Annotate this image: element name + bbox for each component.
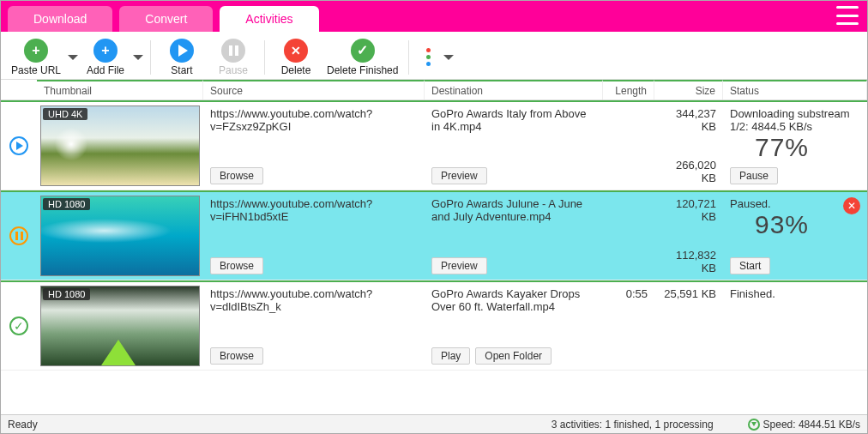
check-icon: [351, 39, 375, 63]
separator: [264, 40, 265, 75]
menu-icon[interactable]: [836, 6, 859, 25]
thumbnail: UHD 4K: [40, 105, 200, 186]
delete-label: Delete: [281, 64, 311, 76]
browse-button[interactable]: Browse: [210, 167, 263, 184]
add-file-label: Add File: [87, 64, 124, 76]
tab-bar: Download Convert Activities: [1, 1, 867, 32]
tab-activities[interactable]: Activities: [220, 6, 318, 32]
status-speed: Speed: 4844.51 KB/s: [748, 419, 860, 431]
browse-button[interactable]: Browse: [210, 347, 263, 365]
add-file-dropdown[interactable]: [131, 38, 145, 77]
tab-convert[interactable]: Convert: [119, 6, 213, 32]
quality-badge: HD 1080: [43, 198, 90, 210]
view-options-button[interactable]: [414, 44, 442, 71]
status-summary: 3 activities: 1 finished, 1 processing: [552, 419, 714, 431]
paste-url-label: Paste URL: [11, 64, 61, 76]
browse-button[interactable]: Browse: [210, 257, 263, 274]
percent-text: 77%: [730, 133, 860, 162]
row-start-button[interactable]: Start: [730, 257, 770, 274]
view-options-dropdown[interactable]: [442, 38, 455, 77]
header-status[interactable]: Status: [723, 80, 867, 99]
size-total: 344,237 KB: [661, 107, 716, 133]
pause-button[interactable]: Pause: [208, 37, 259, 78]
destination-file: GoPro Awards Kayaker Drops Over 60 ft. W…: [431, 287, 596, 313]
destination-file: GoPro Awards Italy from Above in 4K.mp4: [431, 107, 596, 133]
quality-badge: HD 1080: [43, 288, 90, 300]
column-headers: Thumbnail Source Destination Length Size…: [1, 80, 867, 100]
add-file-button[interactable]: + Add File: [80, 37, 131, 78]
destination-file: GoPro Awards Julune - A June and July Ad…: [431, 197, 596, 223]
state-finished-icon: ✓: [9, 316, 28, 335]
quality-badge: UHD 4K: [43, 108, 87, 120]
state-playing-icon: [9, 136, 28, 155]
chevron-down-icon: [443, 55, 454, 60]
app-window: Download Convert Activities + Paste URL …: [0, 0, 868, 434]
source-url: https://www.youtube.com/watch?v=iFHN1bd5…: [210, 197, 418, 223]
header-source[interactable]: Source: [203, 80, 425, 99]
plus-icon: +: [24, 39, 48, 63]
delete-button[interactable]: Delete: [270, 37, 322, 78]
paste-url-dropdown[interactable]: [66, 38, 80, 77]
play-icon: [170, 39, 194, 63]
size-total: 120,721 KB: [661, 197, 716, 223]
tab-download[interactable]: Download: [8, 6, 112, 32]
activity-row[interactable]: ✕ HD 1080 https://www.youtube.com/watch?…: [1, 190, 867, 280]
header-destination[interactable]: Destination: [425, 80, 603, 99]
separator: [150, 40, 151, 75]
header-thumbnail[interactable]: Thumbnail: [37, 80, 203, 99]
chevron-down-icon: [133, 55, 143, 60]
paste-url-button[interactable]: + Paste URL: [6, 37, 66, 78]
header-length[interactable]: Length: [603, 80, 654, 99]
row-pause-button[interactable]: Pause: [730, 167, 778, 184]
source-url: https://www.youtube.com/watch?v=dldIBtsZ…: [210, 287, 418, 313]
percent-text: 93%: [730, 210, 860, 239]
state-paused-icon: [9, 226, 28, 245]
delete-finished-label: Delete Finished: [327, 64, 398, 76]
activity-list: UHD 4K https://www.youtube.com/watch?v=F…: [1, 100, 867, 414]
source-url: https://www.youtube.com/watch?v=FZsxz9Zp…: [210, 107, 418, 133]
dots-icon: [419, 45, 437, 69]
size-downloaded: 112,832 KB: [661, 249, 716, 274]
delete-finished-button[interactable]: Delete Finished: [322, 37, 403, 78]
separator: [408, 40, 409, 75]
header-size[interactable]: Size: [654, 80, 723, 99]
chevron-down-icon: [68, 55, 78, 60]
play-button[interactable]: Play: [431, 347, 470, 365]
download-icon: [748, 419, 760, 431]
activity-row[interactable]: UHD 4K https://www.youtube.com/watch?v=F…: [1, 100, 867, 190]
thumbnail: HD 1080: [40, 196, 200, 276]
speed-text: Speed: 4844.51 KB/s: [763, 419, 860, 431]
thumbnail: HD 1080: [40, 286, 200, 366]
status-text: Finished.: [730, 287, 860, 300]
size-downloaded: 266,020 KB: [661, 159, 716, 184]
status-text: Paused.: [730, 197, 860, 210]
preview-button[interactable]: Preview: [431, 167, 487, 184]
status-text: Downloading substream 1/2: 4844.5 KB/s: [730, 107, 860, 133]
pause-label: Pause: [219, 64, 248, 76]
gutter-header: [1, 80, 37, 99]
open-folder-button[interactable]: Open Folder: [475, 347, 552, 365]
status-bar: Ready 3 activities: 1 finished, 1 proces…: [1, 414, 867, 433]
status-ready: Ready: [8, 419, 38, 431]
activity-row[interactable]: ✓ HD 1080 https://www.youtube.com/watch?…: [1, 280, 867, 371]
preview-button[interactable]: Preview: [431, 257, 487, 274]
start-button[interactable]: Start: [156, 37, 208, 78]
pause-icon: [221, 39, 245, 63]
close-icon: [284, 39, 308, 63]
toolbar: + Paste URL + Add File Start Pause Delet…: [1, 32, 867, 80]
plus-icon: +: [93, 39, 118, 63]
size-total: 25,591 KB: [661, 287, 716, 300]
start-label: Start: [171, 64, 192, 76]
length-value: 0:55: [610, 287, 648, 300]
